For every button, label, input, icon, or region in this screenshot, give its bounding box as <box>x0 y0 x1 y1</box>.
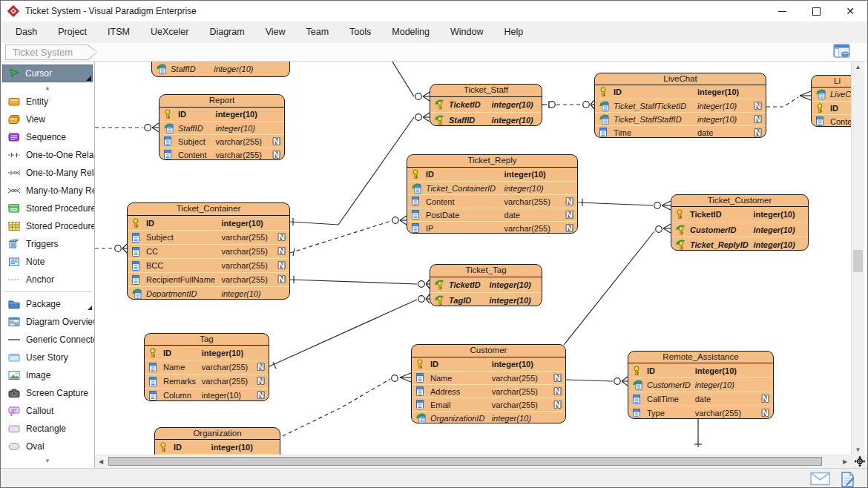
relationship-connector[interactable] <box>95 244 127 253</box>
entity-ticket_staff[interactable]: Ticket_StaffTicketIDinteger(10)StaffIDin… <box>430 84 542 126</box>
menu-item-window[interactable]: Window <box>440 22 493 43</box>
column-row[interactable]: Subjectvarchar(255)N <box>128 230 289 244</box>
column-row[interactable]: StaffIDinteger(10) <box>152 62 289 76</box>
tool-sequence[interactable]: Sequence <box>1 128 94 146</box>
tool-triggers[interactable]: Triggers <box>1 235 94 253</box>
maximize-button[interactable] <box>799 1 833 22</box>
entity-staff_partial[interactable]: StaffIDinteger(10) <box>151 62 290 77</box>
entity-tag[interactable]: TagIDinteger(10)Namevarchar(255)NRemarks… <box>144 333 269 401</box>
column-row[interactable]: IDinteger(10) <box>145 346 269 360</box>
entity-organization[interactable]: OrganizationIDinteger(10) <box>154 427 280 455</box>
column-row[interactable]: TicketIDinteger(10) <box>671 207 808 222</box>
entity-report[interactable]: ReportIDinteger(10)StaffIDinteger(10)Sub… <box>159 94 285 160</box>
close-button[interactable]: ✕ <box>833 1 867 22</box>
tool-note[interactable]: Note <box>1 253 94 271</box>
tool-stored-procedures[interactable]: Stored Procedures <box>1 200 94 217</box>
tool-screen-capture[interactable]: Screen Capture <box>1 384 94 402</box>
column-row[interactable]: LiveCh <box>812 88 851 101</box>
menu-item-itsm[interactable]: ITSM <box>97 22 140 43</box>
menu-item-project[interactable]: Project <box>47 22 97 43</box>
column-row[interactable]: TicketIDinteger(10) <box>430 277 542 292</box>
tool-package[interactable]: Package <box>1 295 94 313</box>
column-row[interactable]: Contentvarchar(255)N <box>407 194 577 208</box>
column-row[interactable]: IPvarchar(255)N <box>407 221 577 234</box>
vertical-scrollbar[interactable]: ▲ ▼ <box>851 62 864 455</box>
scroll-right-arrow[interactable]: ▶ <box>839 455 851 468</box>
entity-customer[interactable]: CustomerIDinteger(10)Namevarchar(255)NAd… <box>411 344 566 423</box>
tool-stored-procedure-resultset[interactable]: Stored Procedure Resultset <box>1 217 94 235</box>
entity-livechat_partial[interactable]: LiLiveChIDConten <box>811 75 851 127</box>
column-row[interactable]: IDinteger(10) <box>407 168 577 181</box>
relationship-connector[interactable] <box>290 276 430 288</box>
scroll-up-arrow[interactable]: ▲ <box>852 62 864 72</box>
column-row[interactable]: IDinteger(10) <box>160 108 284 121</box>
entity-ticket_customer[interactable]: Ticket_CustomerTicketIDinteger(10)Custom… <box>671 194 809 251</box>
palette-scroll-down[interactable]: ▼ <box>1 455 94 466</box>
column-row[interactable]: Namevarchar(255)N <box>412 371 565 384</box>
menu-item-team[interactable]: Team <box>296 22 340 43</box>
column-row[interactable]: TagIDinteger(10) <box>430 292 542 306</box>
menu-item-modeling[interactable]: Modeling <box>381 22 440 43</box>
column-row[interactable]: IDinteger(10) <box>595 85 766 99</box>
column-row[interactable]: StaffIDinteger(10) <box>160 121 284 134</box>
column-row[interactable]: DepartmentIDinteger(10) <box>128 286 289 300</box>
minimize-button[interactable] <box>765 1 799 22</box>
breadcrumb[interactable]: Ticket System <box>5 44 97 60</box>
entity-ticket_reply[interactable]: Ticket_ReplyIDinteger(10)Ticket_Containe… <box>407 154 578 234</box>
menu-item-dash[interactable]: Dash <box>5 22 47 43</box>
menu-item-help[interactable]: Help <box>493 22 533 43</box>
entity-remote_assistance[interactable]: Remote_AssistanceIDinteger(10)CustomerID… <box>628 351 774 419</box>
column-row[interactable]: IDinteger(10) <box>155 440 280 454</box>
relationship-connector[interactable] <box>290 216 407 256</box>
tool-anchor[interactable]: Anchor <box>1 271 94 288</box>
column-row[interactable]: Columninteger(10)N <box>145 388 269 401</box>
column-row[interactable]: BCCvarchar(255)N <box>128 258 289 272</box>
tool-one-to-one-relationship[interactable]: One-to-One Relationship <box>1 146 94 164</box>
column-row[interactable]: Subjectvarchar(255)N <box>160 134 284 148</box>
relationship-connector[interactable] <box>578 199 671 210</box>
scroll-down-arrow[interactable]: ▼ <box>852 444 864 455</box>
column-row[interactable]: CallTimedateN <box>628 392 773 406</box>
scroll-left-arrow[interactable]: ◀ <box>95 455 107 468</box>
pan-tool-button[interactable] <box>851 455 868 468</box>
column-row[interactable]: Emailvarchar(255)N <box>412 398 565 411</box>
column-row[interactable]: Typevarchar(255)N <box>628 406 773 419</box>
mail-icon[interactable] <box>810 472 830 488</box>
column-row[interactable]: TicketIDinteger(10) <box>430 97 542 112</box>
column-row[interactable]: Ticket_ContainerIDinteger(10) <box>407 181 577 194</box>
palette-scroll-up[interactable]: ▲ <box>1 82 94 93</box>
horizontal-scrollbar[interactable]: ◀ ▶ <box>95 455 851 468</box>
relationship-connector[interactable] <box>95 123 159 132</box>
tool-one-to-many-relationship[interactable]: One-to-Many Relationship <box>1 164 94 182</box>
horizontal-scroll-thumb[interactable] <box>108 457 822 466</box>
column-row[interactable]: ID <box>812 101 851 114</box>
diagram-canvas[interactable]: StaffIDinteger(10)ReportIDinteger(10)Sta… <box>95 62 851 455</box>
relationship-connector[interactable] <box>694 419 702 447</box>
column-row[interactable]: Ticket_StaffStaffIDinteger(10)N <box>595 112 766 125</box>
tool-diagram-overview[interactable]: Diagram Overview <box>1 313 94 331</box>
column-row[interactable]: IDinteger(10) <box>128 216 289 230</box>
column-row[interactable]: CustomerIDinteger(10) <box>628 377 773 392</box>
tool-cursor[interactable]: Cursor <box>2 65 93 82</box>
relationship-connector[interactable] <box>269 294 430 369</box>
column-row[interactable] <box>155 454 280 455</box>
column-row[interactable]: CCvarchar(255)N <box>128 244 289 258</box>
vertical-scroll-thumb[interactable] <box>853 250 863 272</box>
column-row[interactable]: PostDatedateN <box>407 208 577 221</box>
column-row[interactable]: Remarksvarchar(255)N <box>145 374 269 388</box>
menu-item-view[interactable]: View <box>255 22 296 43</box>
relationship-connector[interactable] <box>391 62 430 101</box>
entity-ticket_container[interactable]: Ticket_ContainerIDinteger(10)Subjectvarc… <box>127 202 290 300</box>
tool-user-story[interactable]: User Story <box>1 349 94 366</box>
tool-generic-connector[interactable]: Generic Connector <box>1 331 94 349</box>
relationship-connector[interactable] <box>566 377 628 386</box>
column-row[interactable]: Addressvarchar(255)N <box>412 384 565 398</box>
column-row[interactable]: StaffIDinteger(10) <box>430 112 542 126</box>
column-row[interactable]: Conten <box>812 114 851 127</box>
column-row[interactable]: Ticket_StaffTicketIDinteger(10)N <box>595 99 766 112</box>
column-row[interactable]: Namevarchar(255)N <box>145 360 269 374</box>
tool-entity[interactable]: Entity <box>1 93 94 111</box>
diagram-navigator-icon[interactable] <box>833 44 851 59</box>
column-row[interactable]: IDinteger(10) <box>412 357 565 371</box>
menu-item-uexceler[interactable]: UeXceler <box>140 22 199 43</box>
